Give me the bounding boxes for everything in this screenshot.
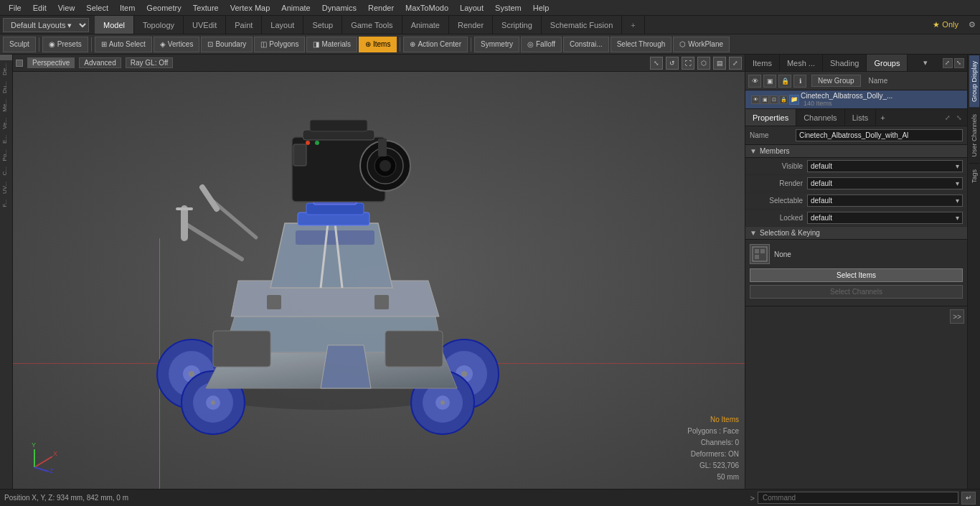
left-item-mesh[interactable]: Me... — [0, 96, 12, 115]
viewport-icon-1[interactable]: ⤡ — [650, 57, 663, 70]
vtab-tags[interactable]: Tags — [969, 163, 979, 189]
tab-paint[interactable]: Paint — [226, 16, 262, 34]
tab-layout[interactable]: Layout — [262, 16, 303, 34]
layout-settings-icon[interactable]: ⚙ — [964, 20, 980, 29]
left-item-pol[interactable]: Po... — [0, 146, 12, 164]
left-item-uv[interactable]: UV... — [0, 179, 12, 197]
prop-resize-icon-1[interactable]: ⤢ — [943, 113, 953, 123]
action-center-button[interactable]: ⊕ Action Center — [403, 37, 468, 52]
sculpt-button[interactable]: Sculpt — [3, 37, 36, 52]
left-strip-item[interactable] — [0, 55, 12, 60]
tab-uvedit[interactable]: UVEdit — [184, 16, 226, 34]
members-section-header[interactable]: ▼ Members — [745, 145, 967, 158]
menu-render[interactable]: Render — [362, 2, 400, 14]
menu-dynamics[interactable]: Dynamics — [316, 2, 362, 14]
tab-animate[interactable]: Animate — [402, 16, 449, 34]
viewport-icon-3[interactable]: ⛶ — [682, 57, 694, 70]
menu-help[interactable]: Help — [527, 2, 555, 14]
command-input[interactable] — [758, 492, 958, 504]
menu-maxtomodo[interactable]: MaxToModo — [400, 2, 454, 14]
name-input[interactable] — [796, 129, 963, 141]
groups-info-icon[interactable]: ℹ — [793, 75, 806, 88]
prop-tab-lists[interactable]: Lists — [845, 109, 877, 126]
rp-resize-icon[interactable]: ⤢ — [943, 58, 953, 68]
menu-system[interactable]: System — [489, 2, 527, 14]
items-button[interactable]: ⊛ Items — [359, 37, 397, 52]
rp-tab-dropdown[interactable]: ▾ — [919, 55, 932, 71]
render-dropdown[interactable]: default ▾ — [807, 177, 963, 189]
menu-item[interactable]: Item — [114, 2, 141, 14]
left-item-dup[interactable]: Du... — [0, 78, 12, 96]
sel-keying-section-header[interactable]: ▼ Selection & Keying — [745, 227, 967, 240]
layout-star[interactable]: ★ Only — [927, 20, 964, 29]
polygons-button[interactable]: ◫ Polygons — [254, 37, 305, 52]
groups-lock-icon[interactable]: 🔒 — [778, 75, 791, 88]
rp-tab-mesh[interactable]: Mesh ... — [780, 55, 823, 71]
viewport-icon-5[interactable]: ▤ — [713, 57, 726, 70]
tab-schematic[interactable]: Schematic Fusion — [542, 16, 622, 34]
symmetry-button[interactable]: Symmetry — [474, 37, 519, 52]
groups-render-icon[interactable]: ▣ — [763, 75, 776, 88]
expand-button[interactable]: >> — [950, 309, 964, 324]
select-through-button[interactable]: Select Through — [611, 37, 672, 52]
tab-scripting[interactable]: Scripting — [493, 16, 542, 34]
tab-render[interactable]: Render — [449, 16, 493, 34]
viewport-icon-4[interactable]: ⬡ — [697, 57, 710, 70]
group-row-1[interactable]: 👁 ▣ ⊡ 🔒 📁 Cinetech_Albatross_Dolly_... 1… — [745, 90, 967, 108]
menu-texture[interactable]: Texture — [187, 2, 225, 14]
tab-model[interactable]: Model — [95, 16, 134, 34]
left-item-f[interactable]: F... — [0, 197, 12, 210]
prop-tab-plus-icon[interactable]: + — [876, 113, 889, 122]
menu-layout[interactable]: Layout — [454, 2, 489, 14]
vtab-user-channels[interactable]: User Channels — [969, 108, 979, 163]
group-lock-toggle[interactable]: 🔒 — [779, 95, 788, 104]
viewport-advanced-btn[interactable]: Advanced — [79, 57, 121, 68]
group-sel-toggle[interactable]: ⊡ — [770, 95, 778, 104]
falloff-button[interactable]: ◎ Falloff — [521, 37, 562, 52]
boundary-button[interactable]: ⊡ Boundary — [201, 37, 253, 52]
viewport-icon-2[interactable]: ↺ — [666, 57, 679, 70]
left-item-c[interactable]: C... — [0, 164, 12, 178]
auto-select-button[interactable]: ⊞ Auto Select — [95, 37, 152, 52]
command-enter-button[interactable]: ↵ — [961, 492, 976, 505]
left-item-em[interactable]: E... — [0, 132, 12, 146]
menu-edit[interactable]: Edit — [27, 2, 52, 14]
tab-plus[interactable]: + — [622, 16, 644, 34]
viewport[interactable]: No Items Polygons : Face Channels: 0 Def… — [13, 72, 745, 489]
menu-geometry[interactable]: Geometry — [141, 2, 187, 14]
prop-tab-properties[interactable]: Properties — [745, 109, 796, 126]
menu-select[interactable]: Select — [80, 2, 114, 14]
constraints-button[interactable]: Constrai... — [563, 37, 609, 52]
left-item-ver[interactable]: Ve... — [0, 115, 12, 132]
groups-eye-icon[interactable]: 👁 — [748, 75, 761, 88]
group-eye-toggle[interactable]: 👁 — [751, 95, 760, 104]
prop-tab-channels[interactable]: Channels — [796, 109, 844, 126]
new-group-button[interactable]: New Group — [811, 75, 861, 87]
select-items-button[interactable]: Select Items — [750, 268, 963, 282]
menu-vertex-map[interactable]: Vertex Map — [225, 2, 276, 14]
left-item-deform[interactable]: De... — [0, 60, 12, 78]
rp-tab-groups[interactable]: Groups — [867, 55, 908, 71]
locked-dropdown[interactable]: default ▾ — [807, 212, 963, 224]
viewport-canvas[interactable]: No Items Polygons : Face Channels: 0 Def… — [13, 72, 745, 489]
tab-setup[interactable]: Setup — [303, 16, 342, 34]
rp-close-icon[interactable]: ⤡ — [954, 58, 964, 68]
visible-dropdown[interactable]: default ▾ — [807, 160, 963, 172]
select-channels-button[interactable]: Select Channels — [750, 285, 963, 299]
rp-tab-items[interactable]: Items — [745, 55, 780, 71]
prop-resize-icon-2[interactable]: ⤡ — [954, 113, 964, 123]
selectable-dropdown[interactable]: default ▾ — [807, 195, 963, 207]
viewport-menu-icon[interactable] — [16, 60, 23, 67]
layout-dropdown[interactable]: Default Layouts ▾ — [3, 18, 89, 32]
menu-file[interactable]: File — [3, 2, 27, 14]
menu-view[interactable]: View — [52, 2, 81, 14]
group-render-toggle[interactable]: ▣ — [760, 95, 769, 104]
menu-animate[interactable]: Animate — [275, 2, 316, 14]
viewport-expand-icon[interactable]: ⤢ — [729, 57, 742, 70]
vtab-groups[interactable]: Group Display — [969, 55, 979, 108]
tab-game-tools[interactable]: Game Tools — [342, 16, 402, 34]
rp-tab-shading[interactable]: Shading — [823, 55, 867, 71]
presets-button[interactable]: ◉ Presets — [42, 37, 88, 52]
viewport-perspective-btn[interactable]: Perspective — [27, 57, 75, 68]
workplane-button[interactable]: ⬡ WorkPlane — [673, 37, 730, 52]
